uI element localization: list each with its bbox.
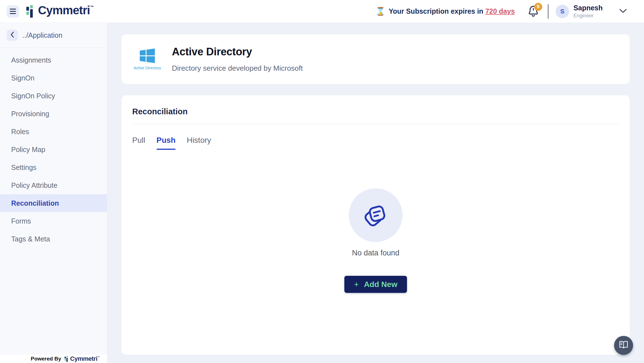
section-title: Reconciliation bbox=[132, 107, 619, 116]
brand-trademark: ™ bbox=[90, 5, 94, 9]
no-data-message: No data found bbox=[352, 249, 399, 257]
notifications-button[interactable]: 9 bbox=[527, 4, 539, 18]
chevron-down-icon[interactable] bbox=[619, 8, 627, 15]
cymmetri-logo-mark-icon bbox=[26, 4, 36, 19]
chevron-left-icon bbox=[10, 31, 15, 39]
tab-pull[interactable]: Pull bbox=[132, 136, 145, 149]
sidebar-item-policy-map[interactable]: Policy Map bbox=[0, 141, 107, 158]
back-button[interactable] bbox=[7, 30, 18, 41]
sidebar-item-settings[interactable]: Settings bbox=[0, 158, 107, 176]
footer-logo-mark-icon bbox=[65, 356, 69, 363]
powered-by-label: Powered By bbox=[31, 356, 61, 362]
sidebar-item-signon[interactable]: SignOn bbox=[0, 69, 107, 87]
header-divider bbox=[548, 4, 548, 19]
footer-cymmetri-logo: Cymmetri ™ bbox=[65, 356, 100, 363]
open-book-icon bbox=[619, 340, 629, 350]
page-subtitle: Directory service developed by Microsoft bbox=[172, 64, 303, 73]
empty-state-illustration bbox=[349, 188, 402, 242]
bell-icon bbox=[527, 15, 539, 19]
subscription-days-link[interactable]: 720 days bbox=[485, 7, 515, 15]
powered-by-footer: Powered By Cymmetri ™ bbox=[0, 355, 107, 363]
add-new-button[interactable]: + Add New bbox=[344, 276, 407, 293]
subscription-banner: ⌛ Your Subscription expires in 720 days bbox=[376, 7, 515, 16]
cymmetri-logo: Cymmetri ™ bbox=[26, 4, 94, 19]
documents-icon bbox=[361, 200, 391, 231]
documentation-fab-button[interactable] bbox=[614, 336, 633, 355]
sidebar-item-provisioning[interactable]: Provisioning bbox=[0, 105, 107, 123]
breadcrumb-application[interactable]: ../Application bbox=[22, 31, 62, 39]
sidebar-item-tags-meta[interactable]: Tags & Meta bbox=[0, 230, 107, 248]
footer-brand-trademark: ™ bbox=[97, 356, 100, 359]
menu-hamburger-button[interactable] bbox=[7, 5, 19, 18]
application-header-card: Active Directory Active Directory Direct… bbox=[122, 34, 630, 84]
sidebar-item-policy-attribute[interactable]: Policy Attribute bbox=[0, 176, 107, 194]
sidebar-item-assignments[interactable]: Assignments bbox=[0, 51, 107, 69]
sidebar: ../Application Assignments SignOn SignOn… bbox=[0, 23, 107, 363]
sidebar-item-reconciliation[interactable]: Reconciliation bbox=[0, 194, 107, 212]
sidebar-nav: Assignments SignOn SignOn Policy Provisi… bbox=[0, 48, 107, 248]
sidebar-item-forms[interactable]: Forms bbox=[0, 212, 107, 230]
user-role: Engineer bbox=[574, 13, 603, 19]
windows-flag-icon bbox=[139, 60, 156, 64]
page-title: Active Directory bbox=[172, 46, 303, 58]
sidebar-item-signon-policy[interactable]: SignOn Policy bbox=[0, 87, 107, 105]
reconciliation-tabs: Pull Push History bbox=[132, 136, 619, 149]
section-divider bbox=[132, 124, 619, 124]
tab-history[interactable]: History bbox=[187, 136, 211, 149]
add-new-label: Add New bbox=[364, 280, 397, 289]
hourglass-icon: ⌛ bbox=[376, 7, 385, 16]
notification-count-badge: 9 bbox=[534, 3, 542, 11]
main-content: Active Directory Active Directory Direct… bbox=[107, 23, 644, 363]
subscription-text: Your Subscription expires in bbox=[389, 7, 484, 15]
empty-state: No data found + Add New bbox=[122, 188, 630, 293]
reconciliation-card: Reconciliation Pull Push History bbox=[122, 95, 630, 355]
plus-icon: + bbox=[354, 280, 359, 289]
tab-push[interactable]: Push bbox=[157, 136, 176, 149]
brand-name: Cymmetri bbox=[38, 4, 90, 16]
user-name: Sapnesh bbox=[574, 4, 603, 12]
footer-brand-name: Cymmetri bbox=[70, 356, 97, 362]
app-logo-caption: Active Directory bbox=[133, 66, 161, 70]
user-menu[interactable]: S Sapnesh Engineer bbox=[556, 4, 633, 18]
user-avatar: S bbox=[556, 5, 569, 18]
top-header: Cymmetri ™ ⌛ Your Subscription expires i… bbox=[0, 0, 644, 23]
active-directory-logo: Active Directory bbox=[133, 48, 161, 70]
sidebar-item-roles[interactable]: Roles bbox=[0, 123, 107, 141]
